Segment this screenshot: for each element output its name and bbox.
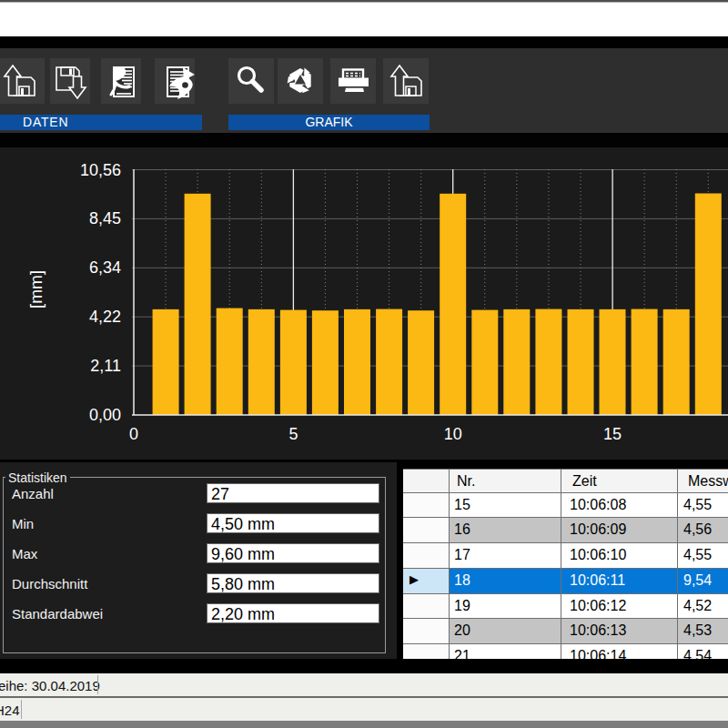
svg-text:0: 0 <box>129 425 138 443</box>
svg-text:10: 10 <box>444 425 462 443</box>
svg-text:2,11: 2,11 <box>90 357 121 375</box>
svg-text:0,00: 0,00 <box>89 406 121 424</box>
svg-text:10,56: 10,56 <box>80 161 121 179</box>
svg-text:6,34: 6,34 <box>89 258 121 277</box>
svg-text:8,45: 8,45 <box>89 209 121 228</box>
svg-text:15: 15 <box>603 425 622 443</box>
svg-text:4,22: 4,22 <box>89 308 121 326</box>
svg-text:[mm]: [mm] <box>26 270 46 308</box>
svg-text:5: 5 <box>288 425 298 443</box>
